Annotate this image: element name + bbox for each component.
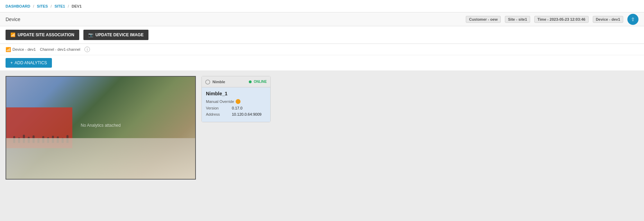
version-label: Version — [206, 106, 230, 110]
person-silhouette — [23, 135, 25, 143]
version-value: 0.17.0 — [232, 106, 243, 110]
channel-tag: Channel - dev1-channel — [40, 47, 80, 51]
online-status: ONLINE — [254, 80, 267, 84]
manual-override-label: Manual Override — [206, 99, 234, 104]
nav-sep-3: / — [68, 4, 69, 8]
manual-override-row: Manual Override — [206, 99, 266, 104]
update-site-association-button[interactable]: 📶 UPDATE SITE ASSOCIATION — [6, 30, 79, 40]
page-title: Device — [6, 17, 20, 22]
person-silhouette — [52, 136, 54, 143]
device-info-bar: 📶 Device - dev1 Channel - dev1-channel i — [0, 44, 644, 55]
customer-info: Customer - oew — [466, 16, 501, 23]
person-silhouette — [42, 136, 44, 143]
header-right: Customer - oew Site - site1 Time - 2023-… — [466, 14, 638, 25]
device-label: Device - — [596, 17, 610, 21]
site-icon: 📶 — [10, 32, 16, 37]
nav-dashboard[interactable]: DASHBOARD — [6, 4, 30, 8]
nimble-card: ◯ Nimble ONLINE Nimble_1 Manual Override… — [201, 76, 271, 122]
nimble-name: Nimble_1 — [206, 91, 266, 96]
person-silhouette — [18, 137, 20, 143]
online-indicator — [249, 80, 252, 83]
nav-site1[interactable]: SITE1 — [54, 4, 65, 8]
person-silhouette — [57, 136, 59, 143]
share-icon: ⇧ — [631, 17, 635, 22]
device-info: Device - dev1 — [593, 16, 623, 23]
person-silhouette — [66, 135, 69, 143]
nav-sep-1: / — [33, 4, 34, 8]
camera-image: No Analytics attached — [6, 77, 195, 179]
time-value: 2023-05-23 12:03:46 — [550, 17, 585, 21]
nimble-header-title: Nimble — [212, 80, 247, 84]
person-silhouette — [37, 138, 39, 143]
version-row: Version 0.17.0 — [206, 106, 266, 110]
no-analytics-text: No Analytics attached — [81, 123, 120, 128]
update-site-label: UPDATE SITE ASSOCIATION — [18, 32, 74, 37]
add-analytics-label: ADD ANALYTICS — [15, 60, 47, 65]
address-value: 10.120.0.64:9009 — [232, 112, 262, 116]
person-silhouette — [28, 137, 30, 143]
update-image-label: UPDATE DEVICE IMAGE — [96, 32, 144, 37]
add-analytics-bar: + ADD ANALYTICS — [0, 55, 644, 70]
action-bar: 📶 UPDATE SITE ASSOCIATION 📷 UPDATE DEVIC… — [0, 26, 644, 44]
nimble-card-body: Nimble_1 Manual Override Version 0.17.0 … — [202, 87, 270, 122]
nimble-card-header: ◯ Nimble ONLINE — [202, 76, 270, 87]
address-row: Address 10.120.0.64:9009 — [206, 112, 266, 116]
device-tag: 📶 Device - dev1 — [6, 47, 36, 52]
nimble-icon: ◯ — [205, 79, 210, 84]
header-left: Device — [6, 17, 20, 22]
breadcrumb: DASHBOARD / SITES / SITE1 / DEV1 — [0, 0, 644, 12]
person-silhouette — [13, 136, 15, 143]
info-icon[interactable]: i — [84, 47, 90, 52]
customer-label: Customer - — [469, 17, 489, 21]
image-icon: 📷 — [88, 32, 93, 37]
site-info: Site - site1 — [505, 16, 530, 23]
person-silhouette — [47, 137, 49, 143]
nav-sep-2: / — [51, 4, 52, 8]
nav-sites[interactable]: SITES — [37, 4, 48, 8]
customer-value: oew — [490, 17, 498, 21]
channel-tag-text: Channel - dev1-channel — [40, 47, 80, 51]
manual-override-dot — [236, 99, 241, 104]
address-label: Address — [206, 112, 230, 116]
plus-icon: + — [10, 60, 13, 65]
person-silhouette — [62, 138, 64, 143]
add-analytics-button[interactable]: + ADD ANALYTICS — [6, 58, 52, 68]
update-device-image-button[interactable]: 📷 UPDATE DEVICE IMAGE — [83, 30, 148, 40]
device-value: dev1 — [611, 17, 620, 21]
device-tag-text: Device - dev1 — [12, 47, 36, 51]
site-value: site1 — [518, 17, 527, 21]
site-label: Site - — [508, 17, 517, 21]
share-button[interactable]: ⇧ — [627, 14, 638, 25]
time-label: Time - — [537, 17, 548, 21]
person-silhouette — [33, 135, 35, 143]
main-content: No Analytics attached ◯ Nimble ONLINE Ni… — [0, 70, 644, 221]
device-tag-icon: 📶 — [6, 47, 11, 52]
time-info: Time - 2023-05-23 12:03:46 — [534, 16, 589, 23]
camera-feed: No Analytics attached — [6, 76, 196, 180]
nav-dev1: DEV1 — [72, 4, 82, 8]
header-bar: Device Customer - oew Site - site1 Time … — [0, 12, 644, 26]
